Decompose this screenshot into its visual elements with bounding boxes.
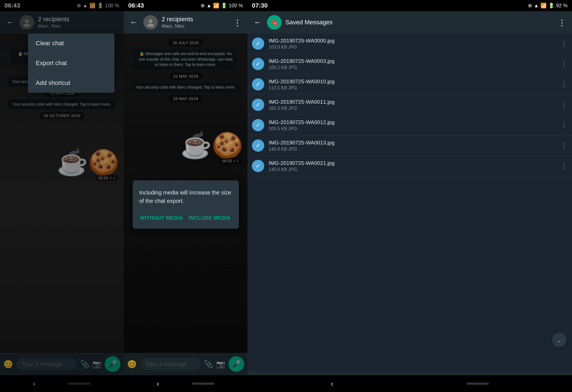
nav-back-left[interactable]: ‹ xyxy=(33,379,36,388)
system-msg-encrypt-mid[interactable]: 🔒 Messages and calls are end-to-end encr… xyxy=(128,49,243,70)
attach-button-mid[interactable]: 📎 xyxy=(204,360,213,369)
file-meta-4: 105.5 KB JPG xyxy=(269,126,561,131)
without-media-button[interactable]: WITHOUT MEDIA xyxy=(139,212,184,224)
security-msg-niko[interactable]: Your security code with Niko changed. Ta… xyxy=(4,99,119,110)
chat-subtitle-left: Marc, Niko xyxy=(38,23,119,29)
dropdown-clear-chat[interactable]: Clear chat xyxy=(28,34,115,53)
chat-info-mid[interactable]: 2 recipients Marc, Niko xyxy=(162,16,228,29)
camera-button-left[interactable]: 📷 xyxy=(92,360,101,369)
time-mid: 06:43 xyxy=(128,2,144,9)
file-more-0[interactable]: ⋮ xyxy=(561,40,568,47)
export-dialog: Including media will increase the size o… xyxy=(133,180,239,229)
status-icons-right: ⊕ ▲ 📶 🔋 92 % xyxy=(528,3,568,9)
chat-title-right: Saved Messages xyxy=(285,19,552,26)
appbar-left: ← 2 recipients Marc, Niko xyxy=(0,11,124,34)
back-button-mid[interactable]: ← xyxy=(128,17,139,28)
message-input-mid[interactable]: Type a message xyxy=(140,358,201,370)
security-msg-marc-mid[interactable]: Your security code with Marc changed. Ta… xyxy=(128,82,243,92)
file-more-6[interactable]: ⋮ xyxy=(561,162,568,170)
checkbox-6[interactable]: ✓ xyxy=(252,160,264,172)
sticker-row-left: ☕🍪 06:53 ✓✓ xyxy=(0,122,124,183)
file-item-5[interactable]: ✓ IMG-20190725-WA0013.jpg 140.8 KB JPG ⋮ xyxy=(247,136,572,156)
scroll-down-button[interactable]: ⌄ xyxy=(552,333,566,347)
file-meta-1: 100.2 KB JPG xyxy=(269,65,561,70)
signal-bars-icon: 📶 xyxy=(89,3,96,9)
message-input-left[interactable]: Type a message xyxy=(16,358,77,370)
avatar-saved: 🔖 xyxy=(267,15,282,30)
emoji-button-left[interactable]: 😊 xyxy=(3,360,13,369)
file-info-6: IMG-20190725-WA0021.jpg 140.0 KB JPG xyxy=(269,160,561,172)
checkbox-2[interactable]: ✓ xyxy=(252,78,264,91)
avatar-left xyxy=(20,15,34,30)
nav-back-mid[interactable]: ‹ xyxy=(157,379,159,388)
file-more-3[interactable]: ⋮ xyxy=(561,101,568,109)
file-name-6: IMG-20190725-WA0021.jpg xyxy=(269,160,561,166)
sticker-left: ☕🍪 xyxy=(57,150,119,175)
file-item-4[interactable]: ✓ IMG-20190725-WA0012.jpg 105.5 KB JPG ⋮ xyxy=(247,115,572,136)
sticker-time-mid: 06:53 ✓✓ xyxy=(220,158,242,164)
chat-title-left: 2 recipients xyxy=(38,16,119,23)
dropdown-export-chat[interactable]: Export chat xyxy=(28,53,115,73)
camera-button-mid[interactable]: 📷 xyxy=(216,360,225,369)
file-name-1: IMG-20190725-WA0003.jpg xyxy=(269,58,561,64)
back-button-left[interactable]: ← xyxy=(4,17,16,28)
file-item-6[interactable]: ✓ IMG-20190725-WA0021.jpg 140.0 KB JPG ⋮ xyxy=(247,156,572,176)
avatar-mid xyxy=(143,15,158,30)
file-list: ✓ IMG-20190725-WA0000.jpg 103.9 KB JPG ⋮… xyxy=(247,34,572,371)
file-item-0[interactable]: ✓ IMG-20190725-WA0000.jpg 103.9 KB JPG ⋮ xyxy=(247,34,572,54)
time-left: 06:43 xyxy=(4,2,20,9)
file-more-4[interactable]: ⋮ xyxy=(561,121,568,129)
panel-left: 06:43 ⊕ ▲ 📶 🔋 100 % ← 2 recipients Marc,… xyxy=(0,0,124,392)
checkbox-0[interactable]: ✓ xyxy=(252,37,264,50)
file-info-2: IMG-20190725-WA0010.jpg 112.5 KB JPG xyxy=(269,79,561,91)
appbar-right: ← 🔖 Saved Messages ⋮ xyxy=(247,11,572,34)
battery-percent: 100 % xyxy=(105,3,119,9)
dropdown-add-shortcut[interactable]: Add shortcut xyxy=(28,73,115,93)
file-meta-6: 140.0 KB JPG xyxy=(269,167,561,172)
checkbox-3[interactable]: ✓ xyxy=(252,99,264,111)
svg-point-2 xyxy=(149,19,152,23)
sticker-time-left: 06:53 ✓✓ xyxy=(96,175,118,181)
chat-subtitle-mid: Marc, Niko xyxy=(162,23,228,29)
file-meta-2: 112.5 KB JPG xyxy=(269,85,561,91)
signal-icon: ⊕ xyxy=(77,3,81,9)
dropdown-menu: Clear chat Export chat Add shortcut xyxy=(28,34,115,93)
checkbox-5[interactable]: ✓ xyxy=(252,139,264,152)
file-more-5[interactable]: ⋮ xyxy=(561,142,568,149)
svg-point-0 xyxy=(25,19,29,23)
time-right: 07:30 xyxy=(252,2,268,9)
file-item-2[interactable]: ✓ IMG-20190725-WA0010.jpg 112.5 KB JPG ⋮ xyxy=(247,74,572,95)
file-item-1[interactable]: ✓ IMG-20190725-WA0003.jpg 100.2 KB JPG ⋮ xyxy=(247,54,572,74)
attach-button-left[interactable]: 📎 xyxy=(80,360,89,369)
file-more-2[interactable]: ⋮ xyxy=(561,80,568,88)
signal-bars-icon-mid: 📶 xyxy=(213,3,219,9)
battery-percent-right: 92 % xyxy=(556,3,568,9)
date-26july-mid: 26 JULY 2016 xyxy=(124,39,247,46)
navbar-right: ‹ xyxy=(247,375,572,392)
battery-percent-mid: 100 % xyxy=(229,3,243,9)
chat-info-right[interactable]: Saved Messages xyxy=(285,19,552,26)
checkbox-1[interactable]: ✓ xyxy=(252,58,264,70)
emoji-button-mid[interactable]: 😊 xyxy=(127,360,137,369)
file-more-1[interactable]: ⋮ xyxy=(561,60,568,68)
export-dialog-text: Including media will increase the size o… xyxy=(139,188,232,205)
more-button-right[interactable]: ⋮ xyxy=(556,17,568,28)
file-name-0: IMG-20190725-WA0000.jpg xyxy=(269,38,561,44)
status-bar-right: 07:30 ⊕ ▲ 📶 🔋 92 % xyxy=(247,0,572,11)
include-media-button[interactable]: INCLUDE MEDIA xyxy=(187,212,232,224)
mic-button-mid[interactable]: 🎤 xyxy=(228,356,244,372)
battery-icon: 🔋 xyxy=(97,3,103,9)
file-info-4: IMG-20190725-WA0012.jpg 105.5 KB JPG xyxy=(269,119,561,131)
checkbox-4[interactable]: ✓ xyxy=(252,119,264,131)
mic-button-left[interactable]: 🎤 xyxy=(105,356,120,372)
nav-pill-right xyxy=(466,383,489,385)
nav-back-right[interactable]: ‹ xyxy=(331,379,333,388)
status-bar-left: 06:43 ⊕ ▲ 📶 🔋 100 % xyxy=(0,0,124,11)
file-item-3[interactable]: ✓ IMG-20190725-WA0011.jpg 182.3 KB JPG ⋮ xyxy=(247,95,572,115)
back-button-right[interactable]: ← xyxy=(252,17,263,28)
more-button-mid[interactable]: ⋮ xyxy=(232,17,243,28)
file-info-0: IMG-20190725-WA0000.jpg 103.9 KB JPG xyxy=(269,38,561,50)
panel-middle: 06:43 ⊕ ▲ 📶 🔋 100 % ← 2 recipients Marc,… xyxy=(124,0,247,392)
chat-info-left[interactable]: 2 recipients Marc, Niko xyxy=(38,16,119,29)
navbar-left: ‹ xyxy=(0,375,124,392)
